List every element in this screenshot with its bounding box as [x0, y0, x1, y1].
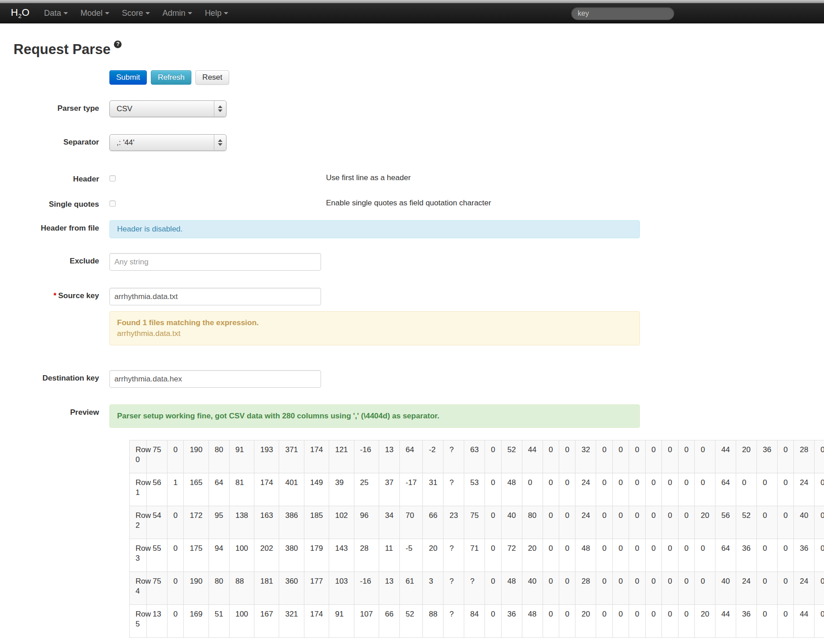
- data-cell: 52: [501, 440, 522, 473]
- preview-label: Preview: [0, 404, 99, 428]
- destination-key-input[interactable]: [109, 370, 321, 388]
- data-cell: 172: [184, 506, 208, 539]
- data-cell: 107: [354, 605, 379, 638]
- data-cell: 20: [736, 440, 757, 473]
- data-cell: 0: [777, 605, 793, 638]
- data-cell: 0: [612, 473, 629, 506]
- data-cell: 24: [794, 572, 815, 605]
- data-cell: 91: [329, 605, 354, 638]
- chevron-down-icon: [63, 12, 68, 14]
- data-cell: 72: [501, 539, 522, 572]
- data-cell: 94: [208, 539, 229, 572]
- row-label-cell: Row 0: [130, 440, 147, 473]
- data-cell: 0: [777, 572, 793, 605]
- nav-menu-label: Help: [205, 9, 222, 18]
- separator-value: ,: '44': [110, 138, 214, 147]
- data-cell: 190: [184, 572, 208, 605]
- data-cell: 0: [815, 572, 824, 605]
- separator-select[interactable]: ,: '44': [109, 134, 226, 151]
- data-cell: 174: [254, 473, 279, 506]
- action-buttons-row: Submit Refresh Reset: [0, 70, 824, 85]
- nav-menu-model[interactable]: Model: [74, 3, 116, 23]
- data-cell: 44: [522, 440, 543, 473]
- data-cell: 0: [756, 539, 777, 572]
- exclude-label: Exclude: [0, 253, 99, 271]
- nav-menu-admin[interactable]: Admin: [156, 3, 199, 23]
- row-label-cell: Row 5: [130, 605, 147, 638]
- data-cell: 0: [543, 605, 559, 638]
- preview-table-container: Row 07501908091193371174121-161364-2?630…: [129, 440, 824, 638]
- row-label-cell: Row 3: [130, 539, 147, 572]
- search-input[interactable]: [571, 7, 675, 20]
- data-cell: 0: [645, 506, 661, 539]
- data-cell: -17: [399, 473, 423, 506]
- parser-type-value: CSV: [110, 104, 214, 113]
- single-quotes-row: Single quotes Enable single quotes as fi…: [0, 196, 824, 209]
- data-cell: 96: [354, 506, 379, 539]
- data-cell: 0: [756, 572, 777, 605]
- data-cell: 48: [501, 473, 522, 506]
- data-cell: ?: [444, 440, 464, 473]
- data-cell: 0: [756, 473, 777, 506]
- data-cell: 138: [229, 506, 254, 539]
- submit-button[interactable]: Submit: [109, 70, 147, 85]
- data-cell: 0: [695, 572, 715, 605]
- data-cell: 0: [596, 506, 612, 539]
- reset-button[interactable]: Reset: [195, 70, 229, 85]
- data-cell: 321: [279, 605, 304, 638]
- data-cell: 3: [423, 572, 444, 605]
- parser-type-select[interactable]: CSV: [109, 100, 226, 117]
- source-key-input[interactable]: [109, 288, 321, 305]
- nav-menu-data[interactable]: Data: [38, 3, 74, 23]
- data-cell: 64: [208, 473, 229, 506]
- row-label-cell: Row 2: [130, 506, 147, 539]
- data-cell: 0: [167, 440, 183, 473]
- select-arrows-icon: [214, 101, 226, 117]
- header-row: Header Use first line as a header: [0, 171, 824, 184]
- data-cell: 0: [678, 440, 694, 473]
- header-label: Header: [0, 171, 99, 184]
- refresh-button[interactable]: Refresh: [151, 70, 191, 85]
- destination-key-label: Destination key: [0, 370, 99, 388]
- help-icon[interactable]: ?: [114, 41, 122, 48]
- data-cell: 24: [794, 473, 815, 506]
- header-checkbox[interactable]: [109, 175, 116, 181]
- data-cell: 0: [612, 539, 629, 572]
- data-cell: 0: [645, 539, 661, 572]
- single-quotes-checkbox[interactable]: [109, 200, 116, 207]
- select-arrows-icon: [214, 135, 226, 150]
- data-cell: 0: [678, 605, 694, 638]
- data-cell: 0: [596, 572, 612, 605]
- data-cell: 75: [464, 506, 485, 539]
- data-cell: 0: [559, 539, 575, 572]
- data-cell: 36: [794, 539, 815, 572]
- nav-menu-help[interactable]: Help: [199, 3, 235, 23]
- data-cell: 64: [399, 440, 423, 473]
- row-label-cell: Row 1: [130, 473, 147, 506]
- preview-table: Row 07501908091193371174121-161364-2?630…: [129, 440, 824, 638]
- data-cell: 177: [304, 572, 329, 605]
- table-row: Row 3550175941002023801791432811-520?710…: [130, 539, 824, 572]
- data-cell: 0: [629, 605, 645, 638]
- data-cell: 181: [254, 572, 279, 605]
- data-cell: 163: [254, 506, 279, 539]
- data-cell: 0: [815, 506, 824, 539]
- nav-menu-score[interactable]: Score: [116, 3, 156, 23]
- data-cell: 0: [485, 539, 501, 572]
- data-cell: 0: [596, 605, 612, 638]
- parser-type-row: Parser type CSV: [0, 100, 824, 117]
- data-cell: 0: [559, 473, 575, 506]
- separator-label: Separator: [0, 134, 99, 151]
- data-cell: 0: [543, 539, 559, 572]
- h2o-logo[interactable]: H2O: [11, 7, 30, 19]
- exclude-input[interactable]: [109, 253, 321, 271]
- data-cell: 100: [229, 539, 254, 572]
- data-cell: 44: [715, 605, 736, 638]
- data-cell: 95: [208, 506, 229, 539]
- data-cell: 0: [815, 605, 824, 638]
- data-cell: 0: [485, 572, 501, 605]
- data-cell: 0: [736, 473, 757, 506]
- data-cell: 0: [559, 506, 575, 539]
- data-cell: 0: [559, 605, 575, 638]
- data-cell: 0: [662, 506, 678, 539]
